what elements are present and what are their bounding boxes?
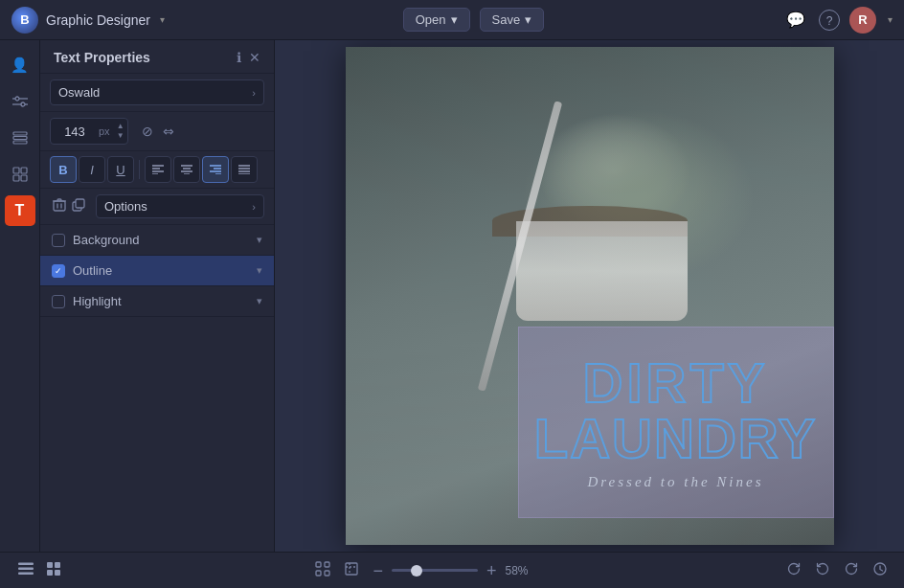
history-button[interactable]: [870, 558, 891, 582]
resize-text-button[interactable]: ⇔: [161, 122, 176, 141]
delete-button[interactable]: [50, 195, 69, 217]
svg-rect-41: [55, 570, 60, 576]
size-input[interactable]: [51, 124, 99, 139]
svg-rect-39: [55, 562, 60, 568]
underline-button[interactable]: U: [107, 156, 134, 183]
open-dropdown-arrow: ▾: [451, 12, 458, 27]
options-row: Options ›: [40, 189, 274, 225]
svg-point-1: [21, 102, 25, 106]
size-input-wrap: px ▲ ▼: [50, 118, 128, 145]
svg-rect-38: [47, 562, 53, 568]
highlight-expand-left: Highlight: [52, 294, 122, 308]
teeth-area: [516, 221, 688, 321]
sidebar-item-user[interactable]: 👤: [5, 50, 35, 80]
zoom-label: 58%: [506, 564, 536, 577]
avatar-dropdown-arrow[interactable]: ▾: [888, 14, 893, 25]
panel-header-icons: ℹ ✕: [237, 50, 260, 65]
size-up-arrow[interactable]: ▲: [117, 122, 124, 131]
fit-screen-button[interactable]: [312, 558, 333, 582]
properties-panel: Text Properties ℹ ✕ Oswald › px ▲ ▼: [40, 40, 275, 552]
svg-rect-34: [76, 199, 84, 208]
background-checkbox[interactable]: [52, 234, 65, 247]
outline-label: Outline: [73, 263, 112, 278]
svg-rect-37: [18, 573, 34, 576]
zoom-out-button[interactable]: −: [370, 559, 386, 582]
canvas-area[interactable]: DIRTY LAUNDRY Dressed to the Nines: [275, 40, 904, 552]
bold-button[interactable]: B: [50, 156, 77, 183]
avatar[interactable]: R: [849, 7, 876, 34]
app-dropdown-arrow[interactable]: ▾: [160, 14, 165, 25]
sidebar-item-shapes[interactable]: [5, 159, 35, 190]
align-justify-button[interactable]: [231, 156, 258, 183]
zoom-in-button[interactable]: +: [484, 559, 500, 582]
svg-rect-45: [325, 571, 329, 576]
background-section-row[interactable]: Background ▾: [40, 225, 274, 256]
outline-section-row[interactable]: Outline ▾: [40, 256, 274, 286]
align-center-button[interactable]: [173, 156, 200, 183]
svg-rect-7: [13, 137, 27, 140]
format-separator-1: [139, 160, 140, 179]
align-right-button[interactable]: [202, 156, 229, 183]
highlight-label: Highlight: [73, 294, 122, 308]
help-icon-button[interactable]: ?: [819, 10, 840, 31]
outline-expand-arrow: ▾: [257, 264, 262, 277]
topbar-center: Open ▾ Save ▾: [403, 8, 544, 32]
close-icon[interactable]: ✕: [249, 50, 260, 65]
svg-rect-35: [18, 563, 34, 566]
clear-size-button[interactable]: ⊘: [140, 122, 155, 141]
sidebar-item-filter[interactable]: [5, 86, 35, 117]
svg-point-0: [15, 97, 19, 101]
svg-rect-6: [13, 132, 27, 135]
sidebar-item-text[interactable]: T: [5, 195, 35, 226]
panel-header: Text Properties ℹ ✕: [40, 40, 274, 74]
options-label: Options: [104, 199, 147, 214]
view-toggle: [13, 559, 65, 581]
open-button[interactable]: Open ▾: [403, 8, 470, 32]
svg-rect-43: [325, 562, 329, 567]
svg-rect-36: [18, 568, 34, 571]
chat-icon-button[interactable]: 💬: [782, 7, 809, 33]
size-unit: px: [99, 125, 114, 137]
save-dropdown-arrow: ▾: [525, 12, 531, 27]
size-arrows: ▲ ▼: [114, 122, 127, 140]
highlight-expand-arrow: ▾: [257, 295, 262, 307]
bottom-right: [783, 558, 891, 582]
duplicate-button[interactable]: [69, 195, 88, 217]
highlight-checkbox[interactable]: [52, 295, 65, 308]
crop-button[interactable]: [341, 558, 362, 582]
font-dropdown-arrow: ›: [252, 87, 256, 99]
zoom-slider[interactable]: [392, 569, 478, 572]
undo-button[interactable]: [812, 558, 833, 582]
save-button[interactable]: Save ▾: [480, 8, 545, 32]
size-down-arrow[interactable]: ▼: [117, 131, 124, 141]
size-row: px ▲ ▼ ⊘ ⇔: [40, 112, 274, 151]
text-overlay[interactable]: DIRTY LAUNDRY Dressed to the Nines: [518, 327, 834, 518]
font-selector[interactable]: Oswald ›: [50, 79, 264, 105]
svg-rect-40: [47, 570, 53, 576]
view-grid-button[interactable]: [42, 559, 65, 581]
font-row: Oswald ›: [40, 74, 274, 112]
redo-button[interactable]: [841, 558, 862, 582]
align-left-button[interactable]: [145, 156, 171, 183]
bottom-left: [13, 559, 65, 581]
svg-rect-9: [13, 168, 19, 173]
svg-rect-42: [316, 562, 321, 567]
panel-title: Text Properties: [54, 50, 150, 65]
app-name: Graphic Designer: [46, 12, 150, 28]
options-arrow: ›: [252, 201, 256, 213]
svg-rect-29: [54, 201, 65, 211]
svg-rect-12: [21, 175, 27, 181]
sidebar-item-layers[interactable]: [5, 123, 35, 153]
zoom-slider-wrap: − + 58%: [370, 559, 535, 582]
info-icon[interactable]: ℹ: [237, 50, 241, 65]
view-layers-button[interactable]: [13, 559, 38, 581]
options-selector[interactable]: Options ›: [96, 194, 264, 218]
italic-button[interactable]: I: [79, 156, 105, 183]
subtitle-text: Dressed to the Nines: [587, 474, 763, 490]
svg-rect-46: [346, 563, 357, 575]
format-row: B I U: [40, 151, 274, 189]
topbar: B Graphic Designer ▾ Open ▾ Save ▾ 💬 ? R…: [0, 0, 904, 40]
highlight-section-row[interactable]: Highlight ▾: [40, 286, 274, 317]
outline-checkbox[interactable]: [52, 264, 65, 278]
refresh-button[interactable]: [783, 558, 804, 582]
